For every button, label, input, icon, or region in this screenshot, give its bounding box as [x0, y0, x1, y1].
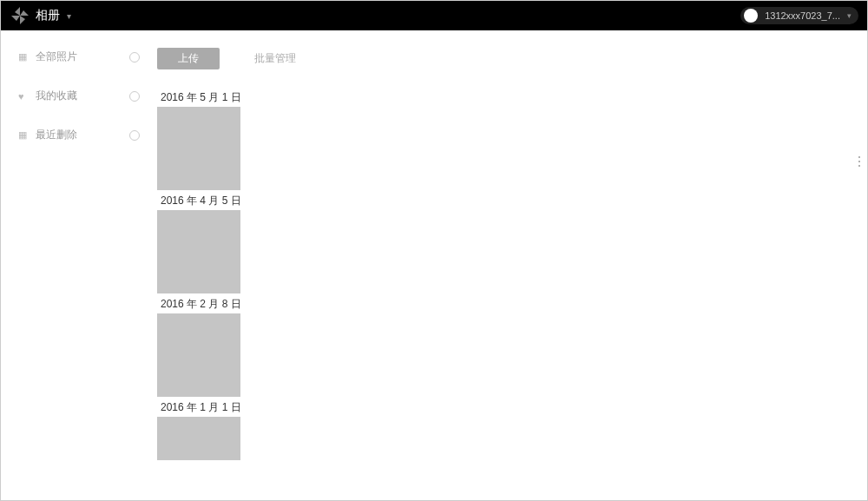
chevron-down-icon[interactable]: ▾	[67, 11, 71, 21]
date-label: 2016 年 2 月 8 日	[157, 293, 867, 313]
toolbar: 上传 批量管理	[157, 48, 867, 69]
scroll-indicator	[858, 156, 860, 167]
date-label: 2016 年 1 月 1 日	[157, 397, 867, 417]
date-label: 2016 年 5 月 1 日	[157, 87, 867, 107]
main: 上传 批量管理 2016 年 5 月 1 日 2016 年 4 月 5 日 20…	[157, 30, 867, 500]
sidebar-item-deleted[interactable]: ▦ 最近删除	[1, 128, 157, 142]
grid-icon: ▦	[18, 51, 29, 63]
date-label: 2016 年 4 月 5 日	[157, 190, 867, 210]
photo-thumbnail[interactable]	[157, 313, 240, 397]
photo-group: 2016 年 5 月 1 日	[157, 87, 867, 190]
photo-group: 2016 年 2 月 8 日	[157, 293, 867, 397]
username: 1312xxx7023_7...	[765, 10, 840, 21]
sidebar-item-favorites[interactable]: ♥ 我的收藏	[1, 89, 157, 103]
radio-icon	[129, 130, 140, 141]
radio-icon	[129, 91, 140, 102]
trash-icon: ▦	[18, 129, 29, 141]
heart-icon: ♥	[18, 91, 29, 102]
avatar	[744, 9, 758, 23]
photo-thumbnail[interactable]	[157, 210, 240, 293]
app-title[interactable]: 相册	[36, 8, 60, 23]
header: 相册 ▾ 1312xxx7023_7... ▾	[1, 1, 867, 30]
sidebar-item-label: 最近删除	[36, 128, 77, 142]
sidebar: ▦ 全部照片 ♥ 我的收藏 ▦ 最近删除	[1, 30, 157, 500]
header-left: 相册 ▾	[10, 5, 71, 26]
photo-thumbnail[interactable]	[157, 107, 240, 190]
photo-groups: 2016 年 5 月 1 日 2016 年 4 月 5 日 2016 年 2 月…	[157, 87, 867, 460]
chevron-down-icon: ▾	[847, 11, 852, 20]
sidebar-item-all-photos[interactable]: ▦ 全部照片	[1, 49, 157, 64]
sidebar-item-label: 全部照片	[36, 49, 77, 64]
photo-group: 2016 年 4 月 5 日	[157, 190, 867, 293]
content: ▦ 全部照片 ♥ 我的收藏 ▦ 最近删除 上传 批量管理 2	[1, 30, 867, 500]
pinwheel-icon	[10, 5, 30, 26]
photo-group: 2016 年 1 月 1 日	[157, 397, 867, 460]
user-menu[interactable]: 1312xxx7023_7... ▾	[740, 7, 858, 24]
upload-button[interactable]: 上传	[157, 48, 220, 69]
radio-icon	[129, 52, 140, 63]
photo-thumbnail[interactable]	[157, 417, 240, 460]
sidebar-item-label: 我的收藏	[36, 89, 77, 103]
batch-manage-button[interactable]: 批量管理	[254, 51, 296, 66]
